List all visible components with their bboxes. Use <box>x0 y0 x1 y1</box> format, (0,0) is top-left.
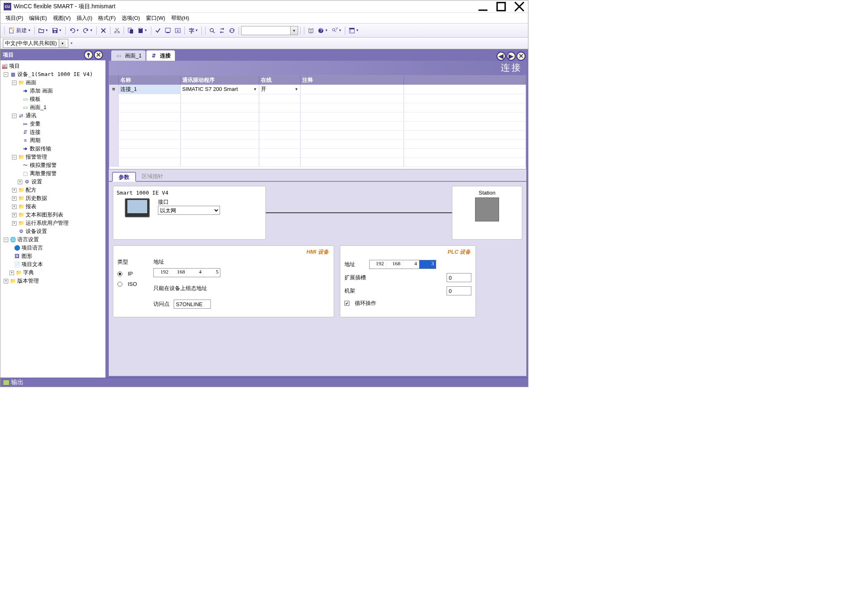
open-dropdown-arrow[interactable]: ▼ <box>45 29 50 32</box>
redo-button[interactable] <box>81 26 91 35</box>
tree-item-comm[interactable]: 通讯 <box>26 112 36 119</box>
col-comment[interactable]: 注释 <box>300 76 404 85</box>
tree-item-datatrans[interactable]: 数据传输 <box>30 145 51 152</box>
save-dropdown-arrow[interactable]: ▼ <box>59 29 63 32</box>
tree-item-vars[interactable]: 变量 <box>30 120 41 128</box>
tree-item-version[interactable]: 版本管理 <box>17 277 39 285</box>
sync-button[interactable] <box>227 26 237 35</box>
find-button[interactable] <box>208 26 217 35</box>
toolbar-combobox[interactable]: ▾ <box>241 26 298 35</box>
hmi-address-input[interactable]: 192 168 4 5 <box>153 268 220 277</box>
accesspoint-input[interactable] <box>174 300 211 309</box>
check-button[interactable] <box>153 26 162 35</box>
tree-expand-icon[interactable]: + <box>18 180 22 184</box>
tree-expand-icon[interactable]: + <box>12 213 17 217</box>
help-button[interactable]: ? <box>316 26 325 35</box>
close-panel-button[interactable]: ✕ <box>94 50 103 59</box>
font-button[interactable]: 字 <box>187 26 196 35</box>
pin-button[interactable] <box>84 50 93 59</box>
paste-button[interactable] <box>136 26 145 35</box>
rack-input[interactable] <box>447 286 471 295</box>
radio-iso[interactable]: ISO <box>117 281 137 287</box>
menu-format[interactable]: 格式(F) <box>96 13 118 23</box>
radio-ip[interactable]: IP <box>117 271 137 277</box>
tree-item-discrete-alarm[interactable]: 离散量报警 <box>30 170 57 177</box>
help-dropdown-arrow[interactable]: ▼ <box>325 29 329 32</box>
download-button[interactable] <box>173 26 182 35</box>
cyclic-checkbox[interactable]: 循环操作 <box>344 300 472 307</box>
tree-item-add-screen[interactable]: 添加 画面 <box>30 87 53 95</box>
copy-button[interactable] <box>126 26 135 35</box>
language-select[interactable]: 中文(中华人民共和国) ▾ <box>3 39 68 48</box>
tree-item-recipe[interactable]: 配方 <box>26 186 36 194</box>
tab-screen1[interactable]: ▭画面_1 <box>111 50 146 61</box>
row-selector[interactable]: ≡ <box>109 85 118 94</box>
project-tree[interactable]: 🏭项目 −▦设备_1(Smart 1000 IE V4) −📁画面 ➜添加 画面… <box>0 60 105 378</box>
tree-expand-icon[interactable]: + <box>12 221 17 226</box>
cell-online[interactable]: 开▼ <box>259 85 300 94</box>
output-bar[interactable]: 输出 <box>0 378 528 387</box>
paste-dropdown-arrow[interactable]: ▼ <box>144 29 149 32</box>
tree-item-cycle[interactable]: 周期 <box>30 137 41 144</box>
new-button[interactable]: 新建 <box>7 26 29 35</box>
tree-item-projlang[interactable]: 项目语言 <box>22 244 43 252</box>
menu-insert[interactable]: 插入(I) <box>74 13 95 23</box>
tree-item-template[interactable]: 模板 <box>30 95 41 103</box>
tree-item-dict[interactable]: 字典 <box>23 269 34 276</box>
tree-expand-icon[interactable]: + <box>4 279 8 283</box>
langbar-dropdown-arrow[interactable]: ▾ <box>71 41 74 45</box>
tree-item-langsettings[interactable]: 语言设置 <box>17 236 39 243</box>
tree-collapse-icon[interactable]: − <box>12 155 17 159</box>
tab-next-button[interactable]: ▶ <box>507 52 516 61</box>
compile-button[interactable] <box>163 26 172 35</box>
cut-button[interactable] <box>112 26 122 35</box>
help-find-dropdown-arrow[interactable]: ▼ <box>338 29 343 32</box>
menu-options[interactable]: 选项(O) <box>119 13 143 23</box>
tab-close-button[interactable]: ✕ <box>516 52 526 61</box>
detail-tab-areaptr[interactable]: 区域指针 <box>136 172 169 181</box>
tree-item-connections[interactable]: 连接 <box>30 128 41 136</box>
cell-comment[interactable] <box>300 85 404 94</box>
tab-prev-button[interactable]: ◀ <box>497 52 506 61</box>
delete-button[interactable] <box>99 26 108 35</box>
font-dropdown-arrow[interactable]: ▼ <box>195 29 200 32</box>
tree-item-alarm[interactable]: 报警管理 <box>26 153 47 161</box>
tree-collapse-icon[interactable]: − <box>12 114 17 118</box>
tree-expand-icon[interactable]: + <box>12 196 17 201</box>
tree-item-devsettings[interactable]: 设备设置 <box>26 228 47 235</box>
interface-select[interactable]: 以太网 <box>158 206 220 215</box>
connections-grid[interactable]: 名称 通讯驱动程序 在线 注释 ≡ 连接_1 SIMATIC S7 200 Sm… <box>109 75 526 169</box>
menu-view[interactable]: 视图(V) <box>50 13 73 23</box>
tab-connections[interactable]: ⇵连接 <box>146 50 175 61</box>
save-button[interactable] <box>50 26 60 35</box>
tree-item-projtext[interactable]: 项目文本 <box>22 261 43 268</box>
tree-expand-icon[interactable]: + <box>10 271 14 275</box>
tree-item-screens[interactable]: 画面 <box>26 79 36 86</box>
tree-collapse-icon[interactable]: − <box>4 238 8 242</box>
layout-dropdown-arrow[interactable]: ▼ <box>356 29 360 32</box>
menu-edit[interactable]: 编辑(E) <box>26 13 49 23</box>
menu-help[interactable]: 帮助(H) <box>169 13 192 23</box>
tree-item-root[interactable]: 项目 <box>9 62 20 70</box>
tree-item-settings[interactable]: 设置 <box>31 178 42 186</box>
col-driver[interactable]: 通讯驱动程序 <box>180 76 259 85</box>
close-button[interactable] <box>514 2 525 11</box>
tree-expand-icon[interactable]: + <box>12 205 17 209</box>
tree-expand-icon[interactable]: + <box>12 188 17 193</box>
tree-item-usermgmt[interactable]: 运行系统用户管理 <box>26 219 69 227</box>
tree-item-analog-alarm[interactable]: 模拟量报警 <box>30 162 57 169</box>
undo-dropdown-arrow[interactable]: ▼ <box>76 29 81 32</box>
tree-item-graphics[interactable]: 图形 <box>22 252 32 260</box>
minimize-button[interactable] <box>478 2 488 11</box>
tree-item-screen1[interactable]: 画面_1 <box>30 104 46 111</box>
layout-button[interactable] <box>347 26 356 35</box>
plc-address-input[interactable]: 192 168 4 3 <box>369 260 436 269</box>
slot-input[interactable] <box>447 273 471 282</box>
grid-row[interactable]: ≡ 连接_1 SIMATIC S7 200 Smart▼ 开▼ <box>109 85 526 94</box>
tree-item-histdata[interactable]: 历史数据 <box>26 195 47 202</box>
replace-button[interactable] <box>217 26 227 35</box>
col-online[interactable]: 在线 <box>259 76 300 85</box>
open-button[interactable] <box>37 26 46 35</box>
tree-item-report[interactable]: 报表 <box>26 203 36 210</box>
new-dropdown-arrow[interactable]: ▼ <box>28 29 32 32</box>
